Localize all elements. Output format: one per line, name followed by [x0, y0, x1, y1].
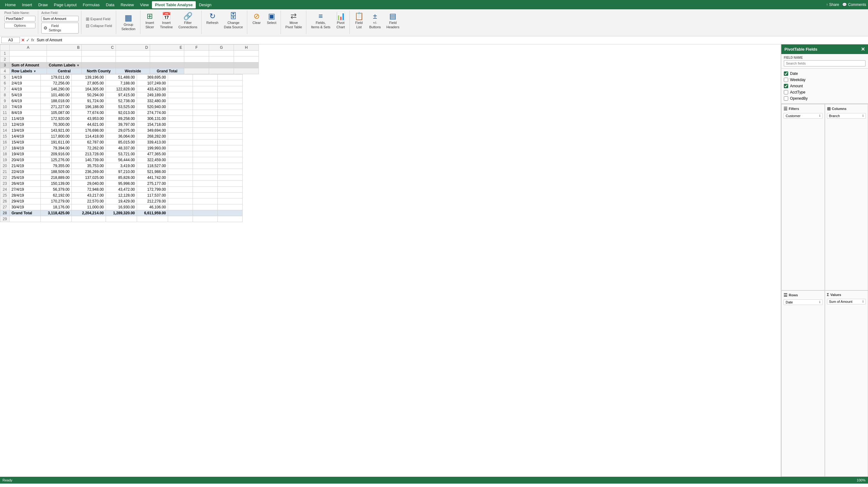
central-cell[interactable]: 79,394.00 — [41, 145, 72, 151]
central-cell[interactable]: 271,227.00 — [41, 104, 72, 110]
north-cell[interactable]: 43,953.00 — [72, 116, 106, 122]
menu-view[interactable]: View — [137, 1, 152, 8]
north-cell[interactable]: 44,621.00 — [72, 122, 106, 127]
north-cell[interactable]: 140,739.00 — [72, 157, 106, 163]
west-cell[interactable]: 3,419.00 — [106, 163, 137, 169]
branch-zone-item[interactable]: Branch ℹ — [827, 113, 866, 119]
north-cell[interactable]: 72,262.00 — [72, 145, 106, 151]
central-cell[interactable]: 150,139.00 — [41, 181, 72, 186]
menu-page-layout[interactable]: Page Layout — [51, 1, 80, 8]
north-cell[interactable]: 22,570.00 — [72, 198, 106, 204]
north-cell[interactable]: 176,698.00 — [72, 127, 106, 133]
pivot-panel-close-icon[interactable]: ✕ — [861, 46, 865, 52]
col-header-a[interactable]: A — [10, 44, 47, 50]
date-cell[interactable]: 14/4/19 — [10, 133, 41, 139]
grand-total-west[interactable]: 1,289,320.00 — [106, 210, 137, 216]
col-header-d[interactable]: D — [116, 44, 150, 50]
north-cell[interactable]: 139,196.00 — [72, 74, 106, 80]
cancel-formula-icon[interactable]: ✕ — [21, 38, 25, 42]
share-button[interactable]: ↑ Share — [826, 2, 839, 7]
customer-info-icon[interactable]: ℹ — [819, 114, 820, 118]
menu-review[interactable]: Review — [118, 1, 137, 8]
date-cell[interactable]: 25/4/19 — [10, 174, 41, 181]
cell-reference[interactable] — [1, 37, 20, 43]
north-cell[interactable]: 77,674.00 — [72, 110, 106, 116]
total-cell[interactable]: 46,106.00 — [137, 204, 168, 210]
field-checkbox-date[interactable] — [784, 71, 788, 76]
select-button[interactable]: ▣ Select — [265, 11, 279, 26]
field-item-accttype[interactable]: AcctType — [784, 89, 866, 95]
west-cell[interactable]: 53,721.00 — [106, 151, 137, 157]
col-header-b[interactable]: B — [47, 44, 82, 50]
sum-of-amount-info-icon[interactable]: ℹ — [862, 300, 864, 303]
spreadsheet[interactable]: A B C D E F G H 1 — [0, 44, 781, 477]
west-cell[interactable]: 48,337.00 — [106, 145, 137, 151]
central-cell[interactable]: 105,087.00 — [41, 110, 72, 116]
field-headers-button[interactable]: ▤ Field Headers — [384, 11, 402, 31]
date-cell[interactable]: 11/4/19 — [10, 116, 41, 122]
branch-info-icon[interactable]: ℹ — [862, 114, 864, 118]
north-county-header[interactable]: North County — [82, 68, 116, 74]
field-item-date[interactable]: Date — [784, 70, 866, 77]
date-cell[interactable]: 5/4/19 — [10, 92, 41, 98]
menu-data[interactable]: Data — [103, 1, 118, 8]
field-item-weekday[interactable]: Weekday — [784, 77, 866, 83]
buttons-button[interactable]: ± +/- Buttons — [367, 11, 383, 31]
date-cell[interactable]: 21/4/19 — [10, 163, 41, 169]
central-cell[interactable]: 70,300.00 — [41, 122, 72, 127]
central-cell[interactable]: 101,480.00 — [41, 92, 72, 98]
west-cell[interactable]: 19,429.00 — [106, 198, 137, 204]
north-cell[interactable]: 164,305.00 — [72, 86, 106, 92]
west-cell[interactable]: 39,797.00 — [106, 122, 137, 127]
north-cell[interactable]: 27,805.00 — [72, 80, 106, 86]
date-cell[interactable]: 22/4/19 — [10, 169, 41, 174]
grand-total-central[interactable]: 3,118,425.00 — [41, 210, 72, 216]
north-cell[interactable]: 114,418.00 — [72, 133, 106, 139]
fields-items-sets-button[interactable]: ≡ Fields, Items & Sets — [309, 11, 333, 31]
north-cell[interactable]: 137,025.00 — [72, 174, 106, 181]
total-cell[interactable]: 520,940.00 — [137, 104, 168, 110]
grand-total-total[interactable]: 6,611,959.00 — [137, 210, 168, 216]
total-cell[interactable]: 322,459.00 — [137, 157, 168, 163]
central-cell[interactable]: 143,921.00 — [41, 127, 72, 133]
central-header[interactable]: Central — [47, 68, 82, 74]
central-cell[interactable]: 146,290.00 — [41, 86, 72, 92]
change-data-source-button[interactable]: 🗄 Change Data Source — [222, 11, 245, 31]
col-header-h[interactable]: H — [234, 44, 259, 50]
north-cell[interactable]: 91,724.00 — [72, 98, 106, 104]
north-cell[interactable]: 50,294.00 — [72, 92, 106, 98]
sum-of-amount-zone-item[interactable]: Sum of Amount ℹ — [827, 299, 866, 304]
total-cell[interactable]: 199,993.00 — [137, 145, 168, 151]
total-cell[interactable]: 332,480.00 — [137, 98, 168, 104]
field-checkbox-amount[interactable] — [784, 84, 788, 88]
menu-insert[interactable]: Insert — [19, 1, 35, 8]
central-cell[interactable]: 125,276.00 — [41, 157, 72, 163]
total-cell[interactable]: 275,177.00 — [137, 181, 168, 186]
north-cell[interactable]: 35,753.00 — [72, 163, 106, 169]
col-header-f[interactable]: F — [184, 44, 209, 50]
total-cell[interactable]: 369,695.00 — [137, 74, 168, 80]
westside-header[interactable]: Westside — [116, 68, 150, 74]
pivot-chart-button[interactable]: 📊 Pivot Chart — [334, 11, 348, 31]
total-cell[interactable]: 117,537.00 — [137, 192, 168, 198]
confirm-formula-icon[interactable]: ✓ — [26, 38, 30, 42]
date-zone-item[interactable]: Date ℹ — [783, 299, 823, 305]
central-cell[interactable]: 18,176.00 — [41, 204, 72, 210]
date-cell[interactable]: 18/4/19 — [10, 145, 41, 151]
central-cell[interactable]: 170,279.00 — [41, 198, 72, 204]
col-header-c[interactable]: C — [82, 44, 116, 50]
column-labels-cell[interactable]: Column Labels ▼ — [47, 62, 82, 68]
date-cell[interactable]: 13/4/19 — [10, 127, 41, 133]
date-cell[interactable]: 12/4/19 — [10, 122, 41, 127]
refresh-button[interactable]: ↻ Refresh — [204, 11, 221, 26]
grand-total-north[interactable]: 2,204,214.00 — [72, 210, 106, 216]
date-cell[interactable]: 6/4/19 — [10, 98, 41, 104]
field-item-openedby[interactable]: OpenedBy — [784, 95, 866, 102]
west-cell[interactable]: 85,015.00 — [106, 139, 137, 145]
date-cell[interactable]: 30/4/19 — [10, 204, 41, 210]
filter-connections-button[interactable]: 🔗 Filter Connections — [176, 11, 199, 31]
total-cell[interactable]: 521,988.00 — [137, 169, 168, 174]
west-cell[interactable]: 97,210.00 — [106, 169, 137, 174]
date-cell[interactable]: 29/4/19 — [10, 198, 41, 204]
central-cell[interactable]: 56,379.00 — [41, 186, 72, 192]
